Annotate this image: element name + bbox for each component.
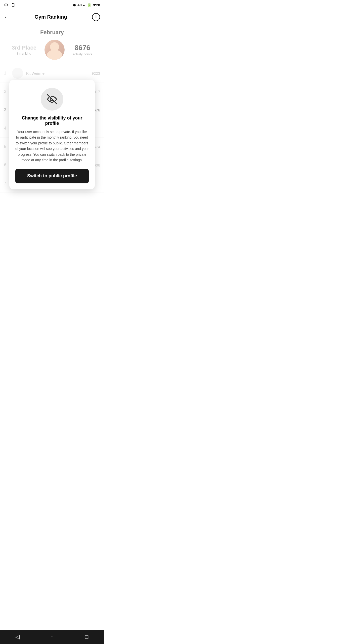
eye-slash-icon — [46, 93, 58, 105]
back-button[interactable]: ← — [4, 14, 10, 20]
signal-icon: 4G▲ — [77, 3, 86, 7]
time-display: 9:28 — [93, 3, 100, 7]
gear-icon: ⚙ — [4, 2, 8, 8]
status-bar: ⚙ 🗒 ⊕ 4G▲ 🔋 9:28 — [0, 0, 104, 10]
status-bar-left: ⚙ 🗒 — [4, 2, 16, 8]
app-bar: ← Gym Ranking i — [0, 10, 104, 24]
modal-title: Change the visibility of your profile — [15, 115, 89, 126]
page-title: Gym Ranking — [35, 14, 67, 20]
bluetooth-icon: ⊕ — [73, 3, 76, 7]
modal-icon-circle — [41, 88, 63, 110]
clipboard-icon: 🗒 — [11, 3, 16, 8]
info-button[interactable]: i — [92, 13, 100, 21]
switch-to-public-button[interactable]: Switch to public profile — [15, 169, 89, 183]
battery-icon: 🔋 — [87, 3, 92, 7]
visibility-modal: Change the visibility of your profile Yo… — [9, 80, 95, 189]
status-bar-right: ⊕ 4G▲ 🔋 9:28 — [73, 3, 100, 7]
modal-description: Your user account is set to private. If … — [15, 129, 89, 163]
